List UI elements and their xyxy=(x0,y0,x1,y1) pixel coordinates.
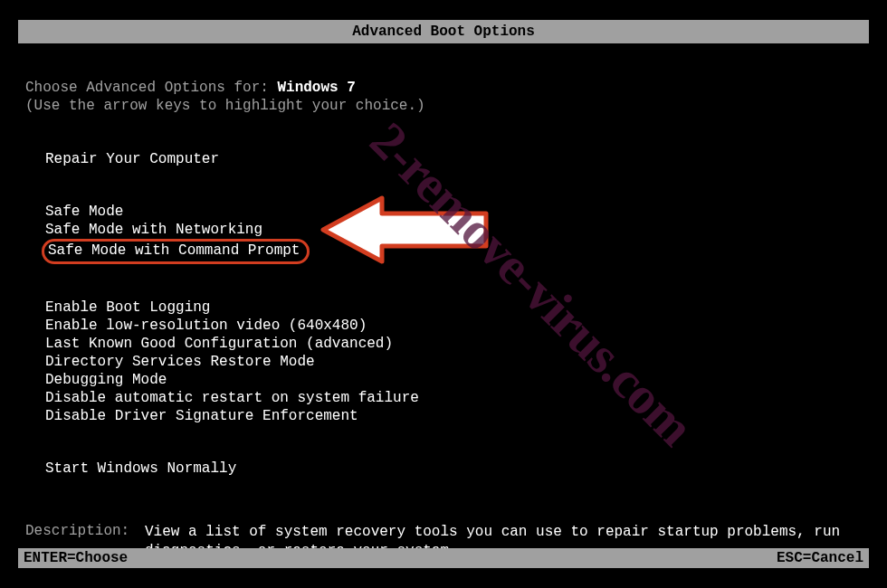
intro-prefix: Choose Advanced Options for: xyxy=(25,80,277,96)
menu-last-known-good[interactable]: Last Known Good Configuration (advanced) xyxy=(45,335,862,353)
footer-bar: ENTER=Choose ESC=Cancel xyxy=(18,548,869,568)
menu-safe-mode-command-prompt[interactable]: Safe Mode with Command Prompt xyxy=(45,239,862,264)
title-bar: Advanced Boot Options xyxy=(18,20,869,43)
menu-safe-mode-networking[interactable]: Safe Mode with Networking xyxy=(45,221,862,239)
footer-enter: ENTER=Choose xyxy=(24,550,128,566)
menu-disable-signature-enforcement[interactable]: Disable Driver Signature Enforcement xyxy=(45,407,862,425)
menu-debugging-mode[interactable]: Debugging Mode xyxy=(45,371,862,389)
menu-start-windows-normally[interactable]: Start Windows Normally xyxy=(45,460,862,478)
footer-esc: ESC=Cancel xyxy=(777,550,863,566)
boot-menu: Repair Your Computer Safe Mode Safe Mode… xyxy=(25,150,862,478)
page-title: Advanced Boot Options xyxy=(352,24,535,40)
menu-safe-mode-cmd-label: Safe Mode with Command Prompt xyxy=(48,242,300,259)
intro-hint: (Use the arrow keys to highlight your ch… xyxy=(25,98,862,114)
menu-low-resolution[interactable]: Enable low-resolution video (640x480) xyxy=(45,317,862,335)
highlight-ring: Safe Mode with Command Prompt xyxy=(42,239,310,264)
intro-line: Choose Advanced Options for: Windows 7 xyxy=(25,80,862,96)
menu-ds-restore[interactable]: Directory Services Restore Mode xyxy=(45,353,862,371)
os-name: Windows 7 xyxy=(277,80,355,96)
menu-disable-auto-restart[interactable]: Disable automatic restart on system fail… xyxy=(45,389,862,407)
content-area: Choose Advanced Options for: Windows 7 (… xyxy=(0,43,887,561)
menu-repair-computer[interactable]: Repair Your Computer xyxy=(45,150,862,168)
menu-enable-boot-logging[interactable]: Enable Boot Logging xyxy=(45,299,862,317)
menu-safe-mode[interactable]: Safe Mode xyxy=(45,203,862,221)
